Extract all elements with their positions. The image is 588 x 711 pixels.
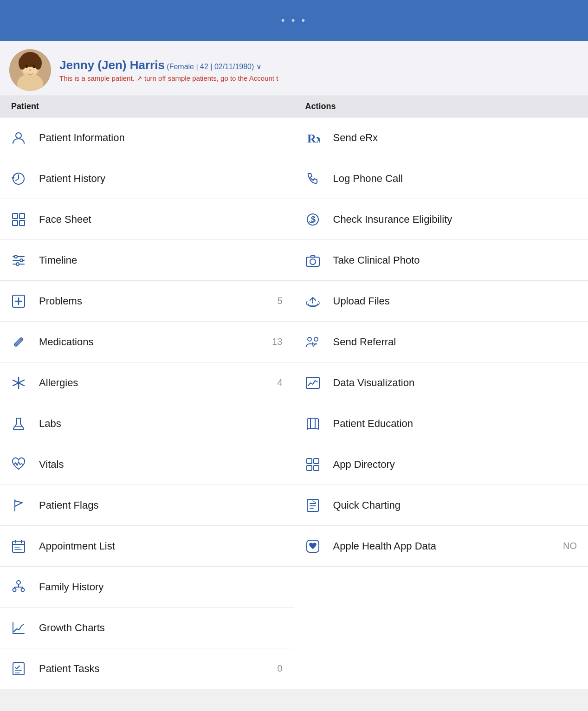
- quick-charting-label: Quick Charting: [333, 499, 577, 511]
- growth-charts-label: Growth Charts: [39, 622, 283, 634]
- camera-icon: [305, 253, 326, 268]
- svg-point-6: [34, 57, 42, 70]
- menu-item-log-phone-call[interactable]: Log Phone Call: [294, 158, 588, 199]
- menu-item-upload-files[interactable]: Upload Files: [294, 281, 588, 322]
- menu-item-growth-charts[interactable]: Growth Charts: [0, 608, 294, 648]
- svg-text:Rx: Rx: [307, 132, 320, 145]
- menu-item-app-directory[interactable]: App Directory: [294, 444, 588, 485]
- insurance-icon: $: [305, 212, 326, 227]
- rx-icon: Rx: [305, 130, 326, 145]
- menu-item-patient-history[interactable]: Patient History: [0, 158, 294, 199]
- svg-point-41: [13, 588, 16, 591]
- menu-item-quick-charting[interactable]: Quick Charting: [294, 485, 588, 526]
- menu-item-send-referral[interactable]: Send Referral: [294, 322, 588, 362]
- sliders-icon: [11, 253, 32, 268]
- patient-column-header: Patient: [0, 96, 294, 117]
- patient-sample-note: This is a sample patient. ↗ turn off sam…: [59, 74, 278, 83]
- menu-item-labs[interactable]: Labs: [0, 403, 294, 444]
- tasks-icon: [11, 661, 32, 676]
- svg-rect-14: [13, 220, 18, 226]
- actions-column-header: Actions: [294, 96, 588, 117]
- problems-count: 5: [277, 296, 282, 306]
- menu-item-face-sheet[interactable]: Face Sheet: [0, 199, 294, 240]
- svg-rect-34: [13, 541, 25, 552]
- log-phone-call-label: Log Phone Call: [333, 173, 577, 185]
- svg-point-42: [21, 588, 25, 591]
- patient-information-label: Patient Information: [39, 132, 283, 144]
- timeline-label: Timeline: [39, 254, 283, 266]
- family-history-label: Family History: [39, 581, 283, 593]
- patient-education-label: Patient Education: [333, 418, 577, 430]
- asterisk-icon: [11, 375, 32, 390]
- menu-item-allergies[interactable]: Allergies 4: [0, 362, 294, 403]
- data-viz-icon: [305, 375, 326, 390]
- svg-point-56: [310, 259, 316, 265]
- labs-label: Labs: [39, 418, 283, 430]
- patient-header: Jenny (Jen) Harris (Female | 42 | 02/11/…: [0, 41, 588, 96]
- app-directory-label: App Directory: [333, 459, 577, 471]
- svg-point-8: [32, 65, 35, 68]
- menu-item-timeline[interactable]: Timeline: [0, 240, 294, 281]
- svg-rect-13: [19, 213, 25, 219]
- menu-item-patient-tasks[interactable]: Patient Tasks 0: [0, 648, 294, 689]
- plus-square-icon: [11, 294, 32, 309]
- svg-rect-66: [307, 465, 312, 471]
- svg-point-19: [20, 259, 23, 262]
- patient-flags-label: Patient Flags: [39, 499, 283, 511]
- allergies-count: 4: [277, 377, 282, 388]
- svg-point-21: [16, 263, 19, 265]
- menu-item-data-visualization[interactable]: Data Visualization: [294, 362, 588, 403]
- pill-icon: [11, 335, 32, 349]
- quick-chart-icon: [305, 498, 326, 513]
- menu-grid: Patient Information Patient History: [0, 117, 588, 689]
- svg-rect-64: [307, 459, 312, 464]
- growth-chart-icon: [11, 621, 32, 635]
- heartbeat-icon: [11, 457, 32, 472]
- menu-item-patient-flags[interactable]: Patient Flags: [0, 485, 294, 526]
- svg-rect-15: [19, 220, 25, 226]
- svg-point-17: [14, 255, 17, 258]
- upload-files-label: Upload Files: [333, 295, 577, 307]
- menu-item-check-insurance[interactable]: $ Check Insurance Eligibility: [294, 199, 588, 240]
- medications-label: Medications: [39, 336, 272, 348]
- vitals-label: Vitals: [39, 459, 283, 471]
- actions-column: Rx Send eRx Log Phone Call $: [294, 117, 588, 689]
- appointment-icon: [11, 539, 32, 554]
- person-icon: [11, 130, 32, 145]
- menu-item-patient-information[interactable]: Patient Information: [0, 117, 294, 158]
- menu-item-take-clinical-photo[interactable]: Take Clinical Photo: [294, 240, 588, 281]
- svg-point-9: [29, 70, 31, 71]
- svg-point-10: [16, 133, 21, 138]
- patient-info: Jenny (Jen) Harris (Female | 42 | 02/11/…: [59, 58, 278, 83]
- menu-item-send-erx[interactable]: Rx Send eRx: [294, 117, 588, 158]
- svg-line-72: [313, 501, 316, 503]
- column-headers: Patient Actions: [0, 96, 588, 117]
- take-clinical-photo-label: Take Clinical Photo: [333, 254, 577, 266]
- phone-icon: [305, 171, 326, 186]
- allergies-label: Allergies: [39, 377, 277, 389]
- patient-history-label: Patient History: [39, 173, 283, 185]
- menu-item-patient-education[interactable]: Patient Education: [294, 403, 588, 444]
- svg-point-58: [314, 337, 318, 341]
- menu-item-vitals[interactable]: Vitals: [0, 444, 294, 485]
- svg-point-7: [25, 65, 28, 68]
- patient-avatar: [9, 49, 51, 91]
- svg-point-5: [19, 57, 26, 70]
- menu-item-appointment-list[interactable]: Appointment List: [0, 526, 294, 567]
- check-insurance-label: Check Insurance Eligibility: [333, 213, 577, 226]
- menu-item-medications[interactable]: Medications 13: [0, 322, 294, 362]
- svg-rect-67: [314, 465, 319, 471]
- apple-health-count: NO: [563, 541, 577, 551]
- book-icon: [305, 416, 326, 431]
- flag-icon: [11, 498, 32, 513]
- problems-label: Problems: [39, 295, 277, 307]
- patient-name-row: Jenny (Jen) Harris (Female | 42 | 02/11/…: [59, 58, 278, 72]
- patient-demographics: (Female | 42 | 02/11/1980) ∨: [167, 63, 261, 71]
- top-bar-dots: • • •: [281, 14, 307, 26]
- upload-icon: [305, 294, 326, 309]
- menu-item-family-history[interactable]: Family History: [0, 567, 294, 608]
- referral-icon: [305, 335, 326, 349]
- data-visualization-label: Data Visualization: [333, 377, 577, 389]
- menu-item-apple-health[interactable]: Apple Health App Data NO: [294, 526, 588, 567]
- menu-item-problems[interactable]: Problems 5: [0, 281, 294, 322]
